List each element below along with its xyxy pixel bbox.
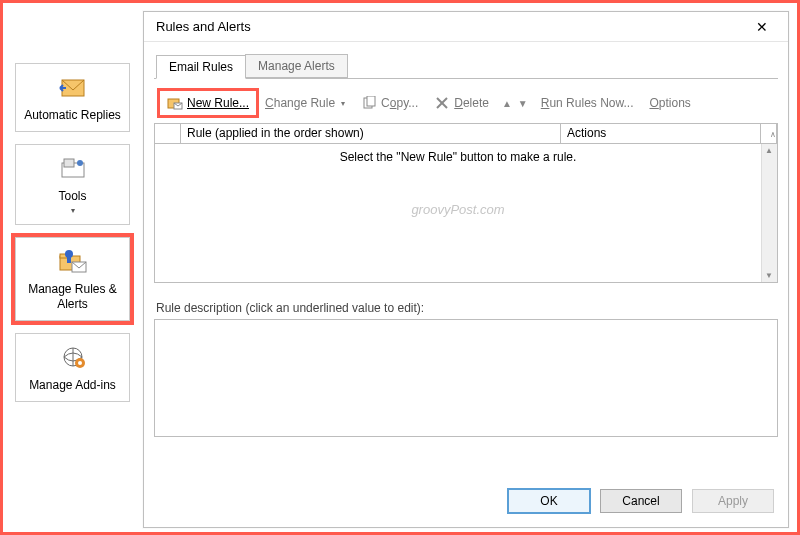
- move-up-button[interactable]: ▲: [502, 98, 512, 109]
- chevron-down-icon: ▾: [71, 206, 75, 216]
- grid-col-scroll: ∧: [761, 124, 777, 143]
- tools-icon: [56, 155, 90, 183]
- new-rule-icon: [167, 95, 183, 111]
- grid-col-actions[interactable]: Actions: [561, 124, 761, 143]
- app-frame: Automatic Replies Tools ▾: [0, 0, 800, 535]
- svg-rect-8: [67, 257, 71, 263]
- manage-addins-button[interactable]: Manage Add-ins: [15, 333, 130, 402]
- cancel-button[interactable]: Cancel: [600, 489, 682, 513]
- addins-icon: [56, 344, 90, 372]
- automatic-replies-button[interactable]: Automatic Replies: [15, 63, 130, 132]
- rules-and-alerts-dialog: Rules and Alerts ✕ Email Rules Manage Al…: [143, 11, 789, 528]
- automatic-replies-label: Automatic Replies: [24, 108, 121, 123]
- svg-point-7: [65, 250, 73, 258]
- tools-label: Tools: [58, 189, 86, 204]
- dialog-title: Rules and Alerts: [156, 19, 742, 34]
- grid-empty-text: Select the "New Rule" button to make a r…: [155, 144, 761, 282]
- options-label: Options: [649, 96, 690, 110]
- new-rule-button[interactable]: New Rule...: [160, 91, 256, 115]
- move-down-button[interactable]: ▼: [518, 98, 528, 109]
- svg-rect-16: [367, 96, 375, 106]
- rules-toolbar: New Rule... Change Rule ▾ Copy...: [154, 87, 778, 119]
- rules-grid: Rule (applied in the order shown) Action…: [154, 123, 778, 283]
- delete-rule-button[interactable]: Delete: [427, 91, 496, 115]
- close-button[interactable]: ✕: [742, 14, 782, 40]
- copy-rule-button[interactable]: Copy...: [354, 91, 425, 115]
- rule-description-box[interactable]: [154, 319, 778, 437]
- email-rules-tabpanel: New Rule... Change Rule ▾ Copy...: [154, 78, 778, 119]
- grid-col-rule[interactable]: Rule (applied in the order shown): [181, 124, 561, 143]
- rule-description-label: Rule description (click an underlined va…: [156, 301, 776, 315]
- copy-label: Copy...: [381, 96, 418, 110]
- grid-body[interactable]: Select the "New Rule" button to make a r…: [154, 143, 778, 283]
- ribbon-sidebar: Automatic Replies Tools ▾: [15, 63, 130, 402]
- grid-col-index: [155, 124, 181, 143]
- svg-point-3: [77, 160, 83, 166]
- delete-label: Delete: [454, 96, 489, 110]
- run-rules-now-button[interactable]: Run Rules Now...: [534, 92, 641, 114]
- grid-header: Rule (applied in the order shown) Action…: [154, 123, 778, 143]
- manage-rules-alerts-button[interactable]: Manage Rules & Alerts: [15, 237, 130, 321]
- copy-icon: [361, 95, 377, 111]
- run-rules-label: Run Rules Now...: [541, 96, 634, 110]
- move-rule-arrows: ▲ ▼: [498, 98, 532, 109]
- close-icon: ✕: [756, 19, 768, 35]
- tools-button[interactable]: Tools ▾: [15, 144, 130, 225]
- svg-rect-2: [64, 159, 74, 167]
- manage-addins-label: Manage Add-ins: [29, 378, 116, 393]
- delete-icon: [434, 95, 450, 111]
- ok-button[interactable]: OK: [508, 489, 590, 513]
- chevron-down-icon: ▾: [341, 99, 345, 108]
- dialog-footer: OK Cancel Apply: [144, 477, 788, 527]
- automatic-replies-icon: [56, 74, 90, 102]
- dialog-tabs: Email Rules Manage Alerts: [156, 52, 788, 78]
- manage-rules-icon: [56, 248, 90, 276]
- grid-scrollbar[interactable]: [761, 144, 777, 282]
- apply-button[interactable]: Apply: [692, 489, 774, 513]
- change-rule-label: Change Rule: [265, 96, 335, 110]
- tab-manage-alerts[interactable]: Manage Alerts: [245, 54, 348, 78]
- manage-rules-label: Manage Rules & Alerts: [20, 282, 125, 312]
- chevron-up-icon: ∧: [770, 130, 776, 139]
- svg-point-12: [78, 361, 82, 365]
- change-rule-button[interactable]: Change Rule ▾: [258, 92, 352, 114]
- tab-email-rules[interactable]: Email Rules: [156, 55, 246, 79]
- new-rule-label: New Rule...: [187, 96, 249, 110]
- options-button[interactable]: Options: [642, 92, 697, 114]
- dialog-titlebar: Rules and Alerts ✕: [144, 12, 788, 42]
